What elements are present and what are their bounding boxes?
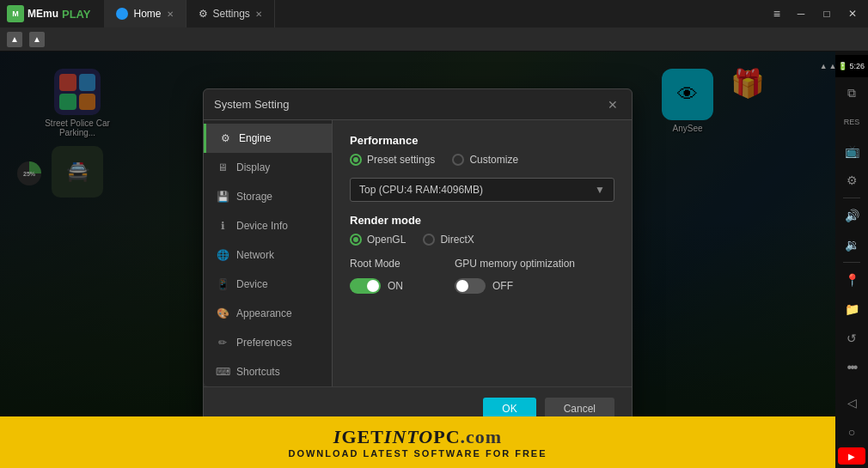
dialog-titlebar: System Setting ✕ — [204, 89, 632, 120]
volume-down-button[interactable]: 🔉 — [838, 231, 865, 258]
engine-nav-icon: ⚙ — [218, 131, 232, 145]
customize-radio-option[interactable]: Customize — [452, 154, 518, 166]
gpu-memory-knob — [456, 280, 468, 292]
tab-home[interactable]: Home ✕ — [104, 0, 186, 27]
dropdown-value: Top (CPU:4 RAM:4096MB) — [359, 184, 483, 196]
dialog-content: Performance Preset settings Customize — [333, 120, 632, 386]
appearance-nav-icon: 🎨 — [216, 307, 229, 320]
network-nav-icon: 🌐 — [216, 248, 229, 262]
dialog-body: ⚙ Engine 🖥 Display 💾 Storage ℹ Device In… — [204, 120, 632, 386]
toggles-row: Root Mode ON GPU memory optimization — [350, 258, 614, 294]
gpu-memory-group: GPU memory optimization OFF — [455, 258, 575, 294]
customize-radio-circle — [452, 154, 464, 166]
gpu-memory-value: OFF — [492, 280, 513, 292]
title-bar: M MEmu PLAY Home ✕ ⚙ Settings ✕ ≡ ─ □ ✕ — [0, 0, 868, 27]
watermark-get: GET — [341, 426, 383, 447]
sidebar-divider-2 — [843, 262, 860, 263]
preset-radio-label: Preset settings — [367, 154, 435, 166]
watermark-pc: PC — [433, 426, 460, 447]
toolbar-icon-2[interactable]: ▲ — [29, 32, 45, 47]
nav-item-shortcuts[interactable]: ⌨ Shortcuts — [204, 357, 332, 386]
render-mode-section: Render mode OpenGL DirectX — [350, 214, 614, 246]
home-tab-icon — [116, 8, 128, 20]
performance-radio-group: Preset settings Customize — [350, 154, 614, 166]
render-mode-title: Render mode — [350, 214, 614, 227]
minimize-button[interactable]: ─ — [789, 4, 813, 23]
youtube-button[interactable]: ▶ — [838, 447, 865, 465]
sidebar-divider-1 — [843, 198, 860, 198]
folder-button[interactable]: 📁 — [838, 295, 865, 323]
android-sidebar: ▲ ▲ 🔋 5:26 ⧉ RES 📺 ⚙ 🔊 🔉 📍 📁 ↺ ••• ◁ ○ ▶ — [835, 52, 868, 468]
maximize-button[interactable]: □ — [815, 4, 839, 23]
nav-item-appearance[interactable]: 🎨 Appearance — [204, 299, 332, 328]
close-button[interactable]: ✕ — [840, 4, 865, 23]
time-display: 5:26 — [849, 62, 865, 70]
toolbar-icon-1[interactable]: ▲ — [7, 32, 22, 47]
nav-item-display-label: Display — [236, 161, 270, 173]
device-nav-icon: 📱 — [216, 277, 229, 291]
dialog-close-button[interactable]: ✕ — [604, 96, 621, 113]
tab-settings[interactable]: ⚙ Settings ✕ — [186, 0, 275, 27]
nav-item-deviceinfo-label: Device Info — [236, 220, 288, 232]
memu-icon: M — [7, 5, 24, 22]
nav-item-device[interactable]: 📱 Device — [204, 270, 332, 299]
directx-radio-circle — [423, 234, 435, 246]
nav-item-storage[interactable]: 💾 Storage — [204, 182, 332, 211]
dialog-title: System Setting — [214, 98, 289, 111]
settings-nav-button[interactable]: ⚙ — [838, 167, 865, 194]
nav-item-engine-label: Engine — [239, 132, 271, 144]
more-button[interactable]: ••• — [838, 354, 865, 381]
rotate-button[interactable]: ↺ — [838, 325, 865, 352]
tab-home-close[interactable]: ✕ — [167, 9, 174, 19]
storage-nav-icon: 💾 — [216, 190, 229, 204]
home-nav-button[interactable]: ○ — [838, 418, 865, 446]
watermark-banner: IGETINTOPC.com Download Latest Software … — [0, 416, 835, 468]
preset-radio-dot — [353, 157, 358, 162]
tab-bar: Home ✕ ⚙ Settings ✕ — [104, 0, 274, 27]
performance-section: Performance Preset settings Customize — [350, 134, 614, 166]
tab-settings-label: Settings — [213, 8, 250, 20]
resolution-button[interactable]: RES — [838, 108, 865, 136]
deviceinfo-nav-icon: ℹ — [216, 219, 229, 233]
nav-item-engine[interactable]: ⚙ Engine — [204, 124, 332, 153]
performance-dropdown[interactable]: Top (CPU:4 RAM:4096MB) ▼ — [350, 178, 614, 202]
nav-item-device-info[interactable]: ℹ Device Info — [204, 211, 332, 240]
multiwindow-button[interactable]: ⧉ — [838, 79, 865, 106]
play-label: PLAY — [62, 8, 90, 21]
watermark-into: INTO — [384, 426, 433, 447]
directx-radio-option[interactable]: DirectX — [423, 234, 474, 246]
nav-item-display[interactable]: 🖥 Display — [204, 153, 332, 182]
tab-home-label: Home — [133, 8, 161, 20]
screen-button[interactable]: 📺 — [838, 137, 865, 165]
app-name: MEmu — [28, 8, 58, 20]
watermark-i: I — [333, 426, 342, 447]
tab-settings-close[interactable]: ✕ — [255, 9, 262, 19]
performance-title: Performance — [350, 134, 614, 147]
back-button[interactable]: ◁ — [838, 389, 865, 416]
root-mode-label: Root Mode — [350, 258, 403, 270]
shortcuts-nav-icon: ⌨ — [216, 365, 229, 379]
nav-item-device-label: Device — [236, 278, 268, 290]
hamburger-button[interactable]: ≡ — [767, 7, 787, 21]
watermark-sub-text: Download Latest Software for Free — [288, 448, 547, 459]
nav-item-storage-label: Storage — [236, 191, 272, 203]
main-area: Street Police Car Parking... 25% 🚔 👁 Any… — [0, 52, 868, 468]
preset-radio-option[interactable]: Preset settings — [350, 154, 435, 166]
render-radio-group: OpenGL DirectX — [350, 234, 614, 246]
root-mode-knob — [367, 280, 379, 292]
gpu-memory-label: GPU memory optimization — [455, 258, 575, 270]
watermark-dot: .com — [461, 426, 503, 447]
gpu-memory-toggle[interactable] — [455, 278, 486, 294]
root-mode-toggle[interactable] — [350, 278, 381, 294]
location-button[interactable]: 📍 — [838, 266, 865, 294]
nav-item-network[interactable]: 🌐 Network — [204, 240, 332, 270]
settings-tab-icon: ⚙ — [199, 8, 208, 20]
preset-radio-circle — [350, 154, 362, 166]
root-mode-value: ON — [388, 280, 403, 292]
dropdown-arrow-icon: ▼ — [595, 184, 605, 196]
volume-up-button[interactable]: 🔊 — [838, 202, 865, 229]
toolbar: ▲ ▲ — [0, 27, 868, 52]
opengl-radio-option[interactable]: OpenGL — [350, 234, 406, 246]
nav-item-preferences[interactable]: ✏ Preferences — [204, 328, 332, 357]
dialog-nav: ⚙ Engine 🖥 Display 💾 Storage ℹ Device In… — [204, 120, 333, 386]
